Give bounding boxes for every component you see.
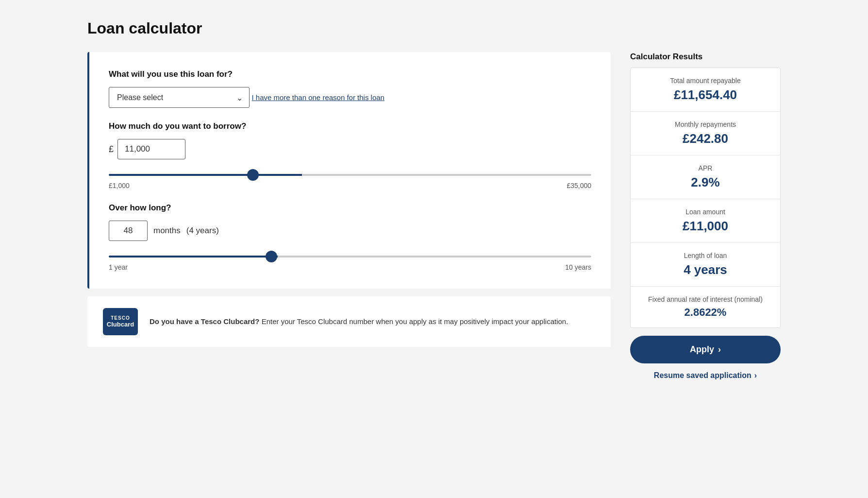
results-card: Total amount repayable £11,654.40 Monthl…	[630, 68, 781, 328]
right-panel: Calculator Results Total amount repayabl…	[630, 52, 781, 380]
resume-link-label: Resume saved application	[654, 371, 751, 380]
page-title: Loan calculator	[87, 19, 781, 37]
resume-saved-application-link[interactable]: Resume saved application ›	[630, 371, 781, 380]
multi-reason-link[interactable]: I have more than one reason for this loa…	[251, 93, 384, 102]
borrow-amount-input[interactable]	[117, 139, 185, 159]
clubcard-text: Do you have a Tesco Clubcard? Enter your…	[150, 316, 568, 327]
clubcard-banner: TESCO Clubcard Do you have a Tesco Clubc…	[87, 296, 611, 347]
result-value-length: 4 years	[642, 262, 768, 277]
duration-min-label: 1 year	[109, 263, 128, 271]
clubcard-logo: TESCO Clubcard	[103, 308, 138, 335]
result-row-apr: APR 2.9%	[631, 155, 780, 199]
borrow-slider-container: £1,000 £35,000	[109, 169, 591, 189]
results-title: Calculator Results	[630, 52, 781, 62]
duration-slider-container: 1 year 10 years	[109, 251, 591, 271]
duration-max-label: 10 years	[565, 263, 591, 271]
duration-slider-labels: 1 year 10 years	[109, 263, 591, 271]
duration-section: Over how long? months (4 years) 1 year 1…	[109, 203, 591, 271]
result-value-apr: 2.9%	[642, 175, 768, 190]
result-row-total: Total amount repayable £11,654.40	[631, 68, 780, 112]
borrow-slider-labels: £1,000 £35,000	[109, 182, 591, 189]
borrow-max-label: £35,000	[567, 182, 591, 189]
duration-years-text: (4 years)	[186, 226, 219, 236]
result-label-apr: APR	[642, 164, 768, 172]
loan-form-card: What will you use this loan for? Please …	[87, 52, 611, 289]
duration-months-text: months	[153, 226, 181, 236]
loan-purpose-section: What will you use this loan for? Please …	[109, 69, 591, 108]
loan-purpose-select-wrapper: Please select Home improvements Car Holi…	[109, 87, 250, 108]
resume-arrow-icon: ›	[754, 371, 757, 380]
result-value-total: £11,654.40	[642, 87, 768, 103]
borrow-amount-section: How much do you want to borrow? £ £1,000…	[109, 121, 591, 189]
result-row-monthly: Monthly repayments £242.80	[631, 112, 780, 155]
apply-button-label: Apply	[690, 344, 714, 355]
borrow-amount-slider[interactable]	[109, 174, 591, 176]
result-label-loan-amount: Loan amount	[642, 208, 768, 216]
apply-arrow-icon: ›	[718, 344, 721, 355]
clubcard-logo-tesco: TESCO	[111, 315, 130, 321]
result-value-monthly: £242.80	[642, 131, 768, 146]
borrow-min-label: £1,000	[109, 182, 130, 189]
result-value-loan-amount: £11,000	[642, 219, 768, 234]
clubcard-bold-text: Do you have a Tesco Clubcard?	[150, 317, 259, 326]
pound-symbol: £	[109, 144, 114, 155]
result-row-length: Length of loan 4 years	[631, 243, 780, 287]
result-row-rate: Fixed annual rate of interest (nominal) …	[631, 287, 780, 327]
left-panel: What will you use this loan for? Please …	[87, 52, 611, 347]
result-label-length: Length of loan	[642, 252, 768, 259]
duration-slider[interactable]	[109, 256, 591, 258]
apply-button[interactable]: Apply ›	[630, 336, 781, 363]
duration-label: Over how long?	[109, 203, 591, 213]
loan-purpose-select[interactable]: Please select Home improvements Car Holi…	[109, 87, 250, 108]
borrow-input-row: £	[109, 139, 591, 159]
duration-row: months (4 years)	[109, 221, 591, 241]
clubcard-normal-text: Enter your Tesco Clubcard number when yo…	[262, 317, 568, 326]
loan-purpose-label: What will you use this loan for?	[109, 69, 591, 79]
result-label-rate: Fixed annual rate of interest (nominal)	[642, 295, 768, 303]
clubcard-logo-text: Clubcard	[107, 321, 134, 328]
result-row-loan-amount: Loan amount £11,000	[631, 199, 780, 243]
result-label-monthly: Monthly repayments	[642, 120, 768, 128]
result-value-rate: 2.8622%	[642, 306, 768, 319]
result-label-total: Total amount repayable	[642, 77, 768, 85]
duration-months-input[interactable]	[109, 221, 148, 241]
borrow-amount-label: How much do you want to borrow?	[109, 121, 591, 131]
